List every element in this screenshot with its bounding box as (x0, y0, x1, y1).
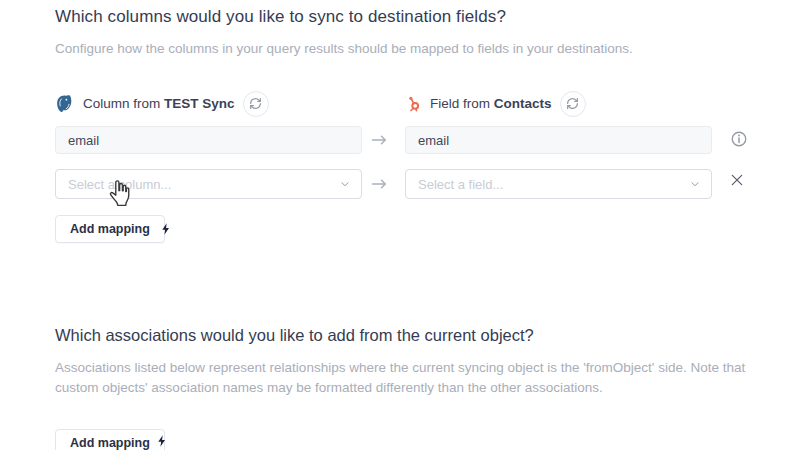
refresh-icon (566, 97, 579, 110)
chevron-down-icon (339, 178, 351, 190)
select-column-dropdown[interactable]: Select a column... (55, 169, 362, 199)
postgresql-icon (55, 94, 75, 114)
source-column-input[interactable] (55, 126, 362, 154)
add-mapping-label: Add mapping (70, 436, 150, 450)
refresh-destination-fields-button[interactable] (560, 91, 586, 117)
source-column-header: Column from TEST Sync (55, 90, 269, 117)
info-icon (730, 130, 748, 148)
destination-field-header: Field from Contacts (405, 90, 586, 117)
close-icon (729, 172, 745, 188)
destination-field-input[interactable] (405, 126, 712, 154)
add-mapping-button[interactable]: Add mapping (55, 215, 165, 243)
refresh-icon (249, 97, 262, 110)
hubspot-icon (405, 95, 422, 113)
add-association-mapping-button[interactable]: Add mapping (55, 429, 165, 450)
sync-mapping-panel: Which columns would you like to sync to … (0, 0, 800, 450)
select-column-placeholder: Select a column... (68, 177, 171, 192)
associations-section-description: Associations listed below represent rela… (55, 358, 751, 398)
remove-mapping-button[interactable] (728, 172, 746, 190)
source-column-label: Column from TEST Sync (83, 96, 235, 111)
select-field-placeholder: Select a field... (418, 177, 503, 192)
chevron-down-icon (689, 178, 701, 190)
associations-section-title: Which associations would you like to add… (55, 326, 534, 345)
destination-field-label: Field from Contacts (430, 96, 552, 111)
select-field-dropdown[interactable]: Select a field... (405, 169, 712, 199)
mapping-info-button[interactable] (730, 130, 748, 148)
lightning-icon[interactable] (159, 219, 173, 239)
add-mapping-label: Add mapping (70, 222, 150, 236)
refresh-source-columns-button[interactable] (243, 91, 269, 117)
mapping-arrow-icon (371, 133, 388, 147)
lightning-icon[interactable] (155, 431, 169, 450)
mapping-section-subtitle: Configure how the columns in your query … (55, 41, 633, 56)
mapping-arrow-icon (371, 177, 388, 191)
mapping-section-title: Which columns would you like to sync to … (55, 7, 506, 27)
